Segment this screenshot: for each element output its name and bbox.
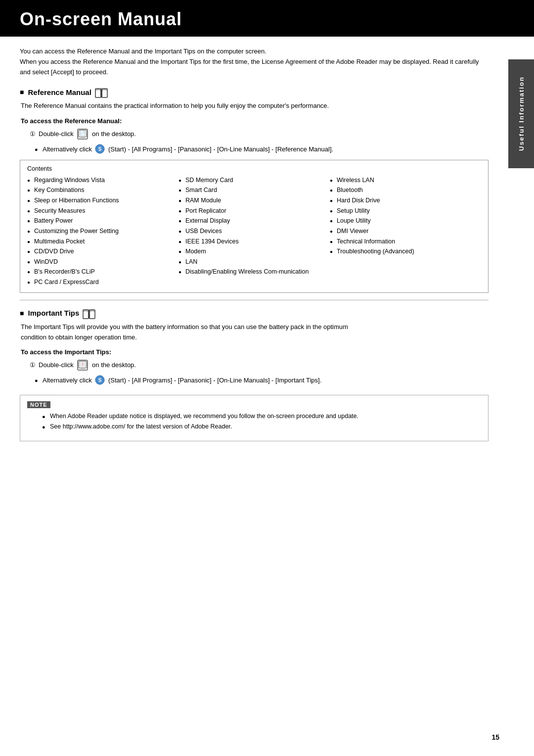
tips-step1-suffix: on the desktop. — [92, 361, 136, 369]
content-item: Wireless LAN — [330, 175, 477, 186]
contents-grid: Regarding Windows Vista Key Combinations… — [27, 175, 481, 287]
page-title: On-screen Manual — [20, 9, 514, 30]
ref-step1-suffix: on the desktop. — [92, 130, 136, 138]
content-item: Customizing the Power Setting — [27, 226, 175, 236]
intro-text: You can access the Reference Manual and … — [20, 47, 489, 77]
main-content: You can access the Reference Manual and … — [0, 37, 508, 451]
page-number: 15 — [491, 733, 499, 741]
desktop-icon-tips: ! — [77, 360, 88, 371]
contents-list-col3: Wireless LAN Bluetooth Hard Disk Drive S… — [330, 175, 477, 257]
svg-rect-6 — [81, 137, 85, 138]
tips-desc-line2: condition to obtain longer operation tim… — [21, 333, 137, 341]
tips-alt-suffix: (Start) - [All Programs] - [Panasonic] -… — [108, 377, 321, 384]
ref-alt-text: Alternatively click — [43, 145, 92, 153]
svg-text:S: S — [98, 146, 102, 152]
important-tips-heading: Important Tips — [20, 307, 489, 319]
content-item: Smart Card — [178, 185, 326, 195]
section-divider — [20, 300, 489, 300]
ref-alt-item: Alternatively click S (Start) - [All Pro… — [35, 144, 489, 155]
reference-manual-heading: Reference Manual — [20, 86, 489, 98]
tips-step-list: Double-click ! on the desktop. — [20, 360, 489, 371]
tips-step1: Double-click ! on the desktop. — [30, 360, 489, 371]
note-label: NOTE — [27, 401, 50, 408]
content-item: DMI Viewer — [330, 226, 477, 236]
tips-alt-item: Alternatively click S (Start) - [All Pro… — [35, 375, 489, 386]
contents-list-col1: Regarding Windows Vista Key Combinations… — [27, 175, 175, 287]
content-item: Key Combinations — [27, 185, 175, 195]
content-item: LAN — [178, 257, 326, 267]
content-item: Modem — [178, 246, 326, 257]
tips-alt-text: Alternatively click — [43, 377, 92, 384]
content-item: B's Recorder/B's CLiP — [27, 267, 175, 277]
svg-text:S: S — [98, 378, 102, 383]
content-item: Battery Power — [27, 216, 175, 226]
content-item: Disabling/Enabling Wireless Com-municati… — [178, 267, 326, 277]
content-item: Bluetooth — [330, 185, 477, 195]
content-item: Hard Disk Drive — [330, 195, 477, 206]
sidebar-label: Useful Information — [518, 77, 525, 151]
reference-manual-label: Reference Manual — [28, 88, 91, 96]
start-icon-tips: S — [95, 375, 105, 385]
content-item: USB Devices — [178, 226, 326, 236]
contents-col1: Regarding Windows Vista Key Combinations… — [27, 175, 178, 287]
sidebar-tab: Useful Information — [508, 59, 534, 168]
important-tips-label: Important Tips — [28, 309, 79, 317]
content-item: Multimedia Pocket — [27, 236, 175, 247]
svg-rect-16 — [81, 368, 85, 369]
ref-step1: Double-click 📄 on the desktop. — [30, 129, 489, 140]
content-item: Sleep or Hibernation Functions — [27, 195, 175, 206]
content-item: Troubleshooting (Advanced) — [330, 246, 477, 257]
reference-desc: The Reference Manual contains the practi… — [21, 101, 489, 111]
access-ref-heading: To access the Reference Manual: — [21, 117, 489, 125]
contents-col2: SD Memory Card Smart Card RAM Module Por… — [178, 175, 330, 287]
note-item-2: See http://www.adobe.com/ for the latest… — [42, 422, 481, 432]
content-item: WinDVD — [27, 257, 175, 267]
ref-alt-suffix: (Start) - [All Programs] - [Panasonic] -… — [108, 145, 333, 153]
contents-label: Contents — [27, 165, 481, 172]
content-item: Setup Utility — [330, 206, 477, 216]
ref-step1-text: Double-click — [39, 130, 74, 138]
note-box: NOTE When Adobe Reader update notice is … — [20, 395, 489, 442]
content-item: PC Card / ExpressCard — [27, 277, 175, 287]
important-tips-desc: The Important Tips will provide you with… — [21, 322, 489, 343]
book-icon-tips — [82, 308, 96, 320]
tips-step1-text: Double-click — [39, 361, 74, 369]
ref-step-list: Double-click 📄 on the desktop. — [20, 129, 489, 140]
tips-alt-list: Alternatively click S (Start) - [All Pro… — [20, 375, 489, 386]
contents-list-col2: SD Memory Card Smart Card RAM Module Por… — [178, 175, 326, 277]
note-list: When Adobe Reader update notice is displ… — [27, 411, 481, 432]
intro-line1: You can access the Reference Manual and … — [20, 47, 489, 57]
content-item: SD Memory Card — [178, 175, 326, 186]
content-item: Regarding Windows Vista — [27, 175, 175, 186]
content-item: Security Measures — [27, 206, 175, 216]
intro-line2: When you access the Reference Manual and… — [20, 57, 489, 78]
content-item: CD/DVD Drive — [27, 246, 175, 257]
page-container: On-screen Manual Useful Information You … — [0, 0, 534, 756]
start-icon-ref: S — [95, 144, 105, 154]
note-item-1: When Adobe Reader update notice is displ… — [42, 411, 481, 422]
contents-col3: Wireless LAN Bluetooth Hard Disk Drive S… — [330, 175, 481, 287]
content-item: Loupe Utility — [330, 216, 477, 226]
svg-text:!: ! — [82, 362, 83, 367]
content-item: Port Replicator — [178, 206, 326, 216]
tips-desc-line1: The Important Tips will provide you with… — [21, 323, 348, 331]
content-item: RAM Module — [178, 195, 326, 206]
access-tips-heading: To access the Important Tips: — [21, 348, 489, 356]
title-bar: On-screen Manual — [0, 0, 534, 37]
ref-alt-list: Alternatively click S (Start) - [All Pro… — [20, 144, 489, 155]
svg-text:📄: 📄 — [80, 131, 85, 136]
book-icon — [94, 87, 108, 99]
content-item: External Display — [178, 216, 326, 226]
content-item: IEEE 1394 Devices — [178, 236, 326, 247]
desktop-icon-ref: 📄 — [77, 129, 88, 140]
contents-box: Contents Regarding Windows Vista Key Com… — [20, 160, 489, 293]
content-item: Technical Information — [330, 236, 477, 247]
